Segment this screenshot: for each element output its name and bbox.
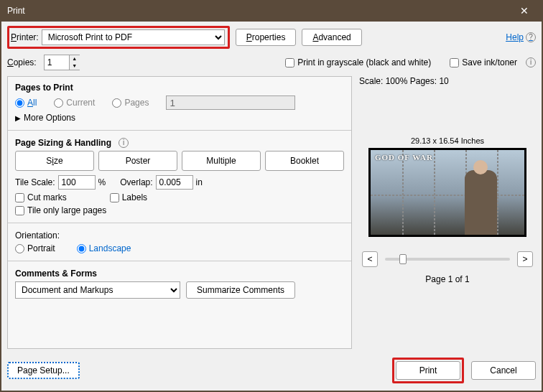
copies-spinner[interactable]: ▲▼ (44, 55, 80, 70)
close-icon[interactable]: ✕ (513, 2, 536, 19)
print-dialog: Print ✕ Printer: Microsoft Print to PDF … (0, 0, 543, 392)
page-dimensions: 29.13 x 16.54 Inches (359, 136, 536, 145)
tilescale-input[interactable] (58, 175, 96, 190)
page-indicator: Page 1 of 1 (359, 274, 536, 284)
multiple-button[interactable]: Multiple (182, 151, 261, 171)
copies-label: Copies: (7, 57, 37, 67)
labels-checkbox[interactable]: Labels (110, 192, 147, 202)
comments-select[interactable]: Document and Markups (15, 281, 180, 299)
preview-slider[interactable] (385, 258, 510, 261)
help-link[interactable]: Help ? (506, 32, 536, 42)
scale-info: Scale: 100% Pages: 10 (359, 76, 536, 86)
preview-panel: Scale: 100% Pages: 10 29.13 x 16.54 Inch… (359, 76, 536, 349)
preview-content-logo: GOD OF WAR (375, 153, 433, 162)
tilescale-label: Tile Scale: (15, 177, 55, 187)
prev-page-button[interactable]: < (362, 251, 378, 267)
help-info-icon: ? (526, 32, 536, 42)
radio-all[interactable]: All (15, 98, 37, 108)
advanced-button[interactable]: Advanced (302, 29, 361, 46)
spinner-up-icon[interactable]: ▲ (70, 55, 80, 62)
saveink-checkbox[interactable]: Save ink/toner (450, 57, 517, 67)
overlap-input[interactable] (156, 175, 193, 190)
radio-portrait[interactable]: Portrait (15, 243, 55, 253)
copies-input[interactable] (45, 55, 69, 70)
overlap-label: Overlap: (120, 177, 152, 187)
print-button[interactable]: Print (396, 361, 460, 380)
slider-thumb[interactable] (399, 254, 407, 264)
orientation-label: Orientation: (15, 230, 344, 241)
pages-to-print-title: Pages to Print (15, 83, 344, 93)
left-panel: Pages to Print All Current Pages (7, 76, 352, 349)
poster-button[interactable]: Poster (98, 151, 177, 171)
next-page-button[interactable]: > (517, 251, 533, 267)
radio-pages[interactable]: Pages (112, 98, 149, 108)
sizing-title: Page Sizing & Handling (15, 138, 111, 148)
window-title: Print (7, 6, 25, 16)
page-preview: GOD OF WAR (368, 148, 526, 237)
printer-select[interactable]: Microsoft Print to PDF (42, 29, 225, 45)
radio-landscape[interactable]: Landscape (77, 243, 131, 253)
booklet-button[interactable]: Booklet (265, 151, 344, 171)
grayscale-checkbox[interactable]: Print in grayscale (black and white) (285, 57, 431, 67)
titlebar: Print ✕ (0, 0, 543, 22)
printer-group-highlighted: Printer: Microsoft Print to PDF (7, 26, 230, 49)
properties-button[interactable]: Properties (236, 29, 297, 46)
more-options-toggle[interactable]: ▶ More Options (15, 113, 344, 123)
pages-range-input[interactable] (166, 95, 295, 110)
cutmarks-checkbox[interactable]: Cut marks (15, 192, 67, 202)
spinner-down-icon[interactable]: ▼ (70, 62, 80, 70)
printer-label: Printer: (11, 32, 39, 42)
comments-title: Comments & Forms (15, 269, 344, 279)
cancel-button[interactable]: Cancel (471, 361, 536, 380)
summarize-button[interactable]: Summarize Comments (186, 281, 295, 299)
radio-current[interactable]: Current (54, 98, 95, 108)
expand-icon: ▶ (15, 114, 21, 122)
preview-content-figure (465, 170, 497, 235)
page-setup-button[interactable]: Page Setup... (7, 362, 80, 379)
sizing-info-icon[interactable]: i (119, 138, 129, 148)
tileonly-checkbox[interactable]: Tile only large pages (15, 205, 344, 215)
size-button[interactable]: Size (15, 151, 94, 171)
saveink-info-icon[interactable]: i (526, 57, 536, 67)
print-button-highlighted: Print (392, 358, 464, 383)
